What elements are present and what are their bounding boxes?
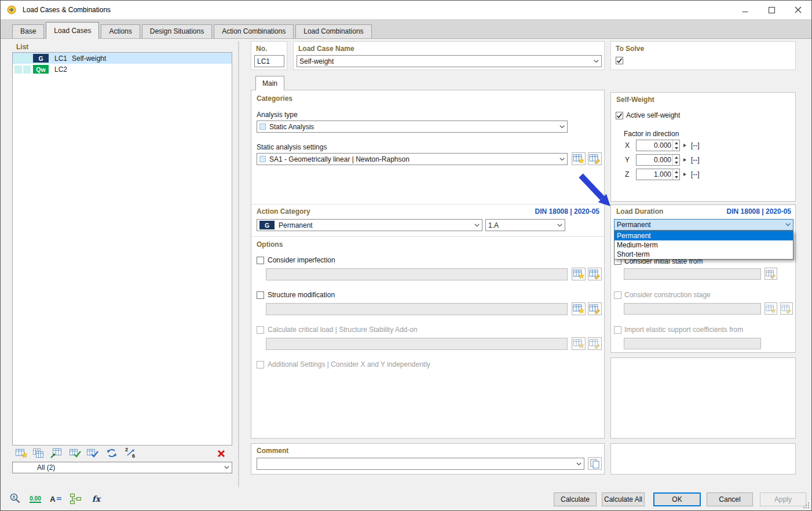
- section-divider: [251, 204, 604, 205]
- edit-construction-stage-button: [780, 302, 793, 315]
- factor-y-flyout-button[interactable]: [681, 154, 688, 166]
- load-case-id: LC2: [54, 65, 72, 74]
- copy-load-case-button[interactable]: [31, 446, 46, 460]
- factor-z-spinner[interactable]: 1.000: [636, 169, 680, 180]
- comment-dropdown[interactable]: [257, 458, 584, 470]
- tab-design-situations[interactable]: Design Situations: [142, 24, 212, 38]
- category-badge: G: [33, 54, 49, 63]
- dropdown-option-permanent[interactable]: Permanent: [615, 231, 793, 240]
- minimize-button[interactable]: [731, 1, 758, 19]
- new-structure-modification-button[interactable]: [572, 302, 586, 315]
- uncheck-all-button[interactable]: [85, 446, 100, 460]
- copy-comment-button[interactable]: [588, 457, 602, 470]
- action-category-value: Permanent: [279, 221, 313, 229]
- analysis-type-dropdown[interactable]: Static Analysis: [257, 121, 568, 133]
- dialog-tabs: Base Load Cases Actions Design Situation…: [1, 19, 811, 39]
- list-item-lc1[interactable]: G LC1 Self-weight: [13, 53, 232, 64]
- category-badge: G: [259, 221, 275, 229]
- check-all-button[interactable]: [68, 446, 83, 460]
- name-panel: Load Case Name Self-weight: [293, 41, 605, 70]
- load-case-name-dropdown[interactable]: Self-weight: [297, 55, 602, 67]
- decimal-places-button[interactable]: 0.00: [28, 491, 43, 506]
- calculate-button[interactable]: Calculate: [554, 492, 597, 506]
- action-category-title: Action Category: [257, 207, 310, 216]
- analysis-type-value: Static Analysis: [269, 123, 314, 131]
- resize-grip[interactable]: [803, 502, 810, 509]
- static-analysis-settings-value: SA1 - Geometrically linear | Newton-Raph…: [269, 155, 409, 163]
- color-swatch: [14, 54, 22, 63]
- factor-y-spinner[interactable]: 0.000: [636, 154, 680, 166]
- combination-wizard-value: 1.A: [488, 221, 499, 229]
- spinner-arrows-icon[interactable]: [672, 155, 679, 165]
- panel-splitter[interactable]: [238, 41, 239, 487]
- list-item-lc2[interactable]: Qw LC2: [13, 64, 232, 75]
- tab-load-cases[interactable]: Load Cases: [46, 22, 99, 39]
- factor-x-spinner[interactable]: 0.000: [636, 140, 680, 151]
- new-load-case-button[interactable]: [14, 446, 29, 460]
- load-duration-value: Permanent: [617, 221, 651, 229]
- calculate-all-button[interactable]: Calculate All: [602, 492, 645, 506]
- refresh-numbering-button[interactable]: [104, 446, 119, 460]
- comment-title: Comment: [257, 447, 288, 455]
- static-analysis-settings-label: Static analysis settings: [257, 143, 327, 151]
- import-elastic-support-checkbox: [614, 326, 621, 334]
- options-title: Options: [257, 240, 283, 249]
- factor-x-flyout-button[interactable]: [681, 140, 688, 151]
- import-elastic-support-label: Import elastic support coefficients from: [624, 326, 743, 334]
- close-button[interactable]: [785, 1, 811, 19]
- list-filter-value: All (2): [37, 463, 55, 472]
- dropdown-option-short-term[interactable]: Short-term: [615, 250, 793, 259]
- spinner-arrows-icon[interactable]: [672, 140, 679, 151]
- initial-state-field: [624, 268, 761, 280]
- action-category-dropdown[interactable]: G Permanent: [257, 219, 482, 231]
- tab-actions[interactable]: Actions: [101, 24, 140, 38]
- load-duration-dropdown[interactable]: Permanent: [614, 219, 793, 231]
- dropdown-option-medium-term[interactable]: Medium-term: [615, 240, 793, 250]
- formula-fx-icon: fx: [92, 494, 100, 503]
- combination-wizard-dropdown[interactable]: 1.A: [485, 219, 565, 231]
- chevron-down-icon: [557, 154, 566, 164]
- insert-load-case-button[interactable]: [49, 446, 64, 460]
- load-case-name-label: Load Case Name: [298, 45, 354, 53]
- delete-load-case-button[interactable]: [214, 447, 229, 461]
- construction-stage-checkbox: [614, 291, 621, 299]
- renumber-button[interactable]: 2 6: [123, 446, 138, 460]
- to-solve-checkbox[interactable]: [616, 57, 623, 64]
- tab-load-combinations[interactable]: Load Combinations: [295, 24, 371, 38]
- list-filter-dropdown[interactable]: All (2): [12, 462, 232, 473]
- edit-structure-modification-button[interactable]: [588, 302, 602, 315]
- tab-main[interactable]: Main: [255, 76, 284, 90]
- consider-imperfection-checkbox[interactable]: [257, 257, 264, 264]
- new-analysis-settings-button[interactable]: [572, 152, 586, 165]
- additional-settings-label: Additional Settings | Consider X and Y i…: [268, 360, 430, 368]
- static-analysis-settings-dropdown[interactable]: SA1 - Geometrically linear | Newton-Raph…: [257, 153, 568, 165]
- tab-base[interactable]: Base: [12, 24, 44, 38]
- new-imperfection-button[interactable]: [572, 268, 586, 280]
- chevron-down-icon: [783, 220, 792, 229]
- formula-button[interactable]: fx: [89, 491, 104, 506]
- structure-modification-checkbox[interactable]: [257, 291, 264, 299]
- load-case-number-field[interactable]: LC1: [254, 55, 284, 67]
- imperfection-case-field: [266, 268, 568, 280]
- spinner-arrows-icon[interactable]: [672, 169, 679, 180]
- edit-imperfection-button[interactable]: [588, 268, 602, 280]
- maximize-button[interactable]: [758, 1, 785, 19]
- factor-z-flyout-button[interactable]: [681, 169, 688, 180]
- edit-initial-state-button[interactable]: [765, 268, 777, 280]
- cancel-button[interactable]: Cancel: [707, 492, 753, 506]
- to-solve-panel: To Solve: [610, 41, 796, 70]
- self-weight-title: Self-Weight: [616, 96, 654, 104]
- color-swatch: [23, 65, 31, 74]
- no-panel: No. LC1: [251, 41, 287, 70]
- find-button[interactable]: [8, 491, 23, 506]
- right-comment-empty-box: [610, 443, 796, 475]
- edit-analysis-settings-button[interactable]: [588, 152, 602, 165]
- window-controls: [731, 1, 811, 19]
- ok-button[interactable]: OK: [653, 492, 701, 506]
- construction-stage-field: [624, 303, 761, 315]
- tab-action-combinations[interactable]: Action Combinations: [214, 24, 294, 38]
- tree-view-button[interactable]: [68, 491, 83, 506]
- display-settings-button[interactable]: A: [48, 491, 63, 506]
- active-self-weight-checkbox[interactable]: [616, 112, 623, 119]
- load-case-list[interactable]: G LC1 Self-weight Qw LC2: [12, 52, 232, 446]
